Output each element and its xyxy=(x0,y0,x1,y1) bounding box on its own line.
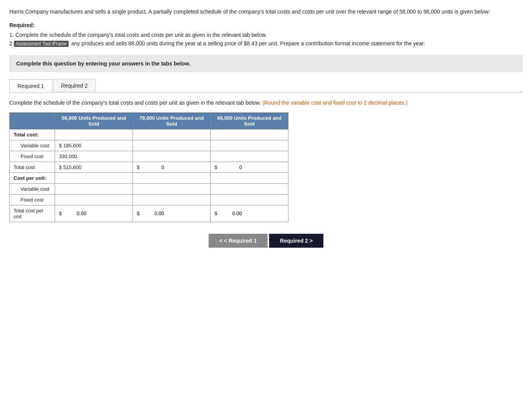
instruction-main: Complete the schedule of the company's t… xyxy=(9,100,261,106)
label-variable-cost: Variable cost xyxy=(10,140,55,151)
col-header-78: 78,000 Units Produced and Sold xyxy=(133,112,211,129)
cell-variable-cost-98[interactable] xyxy=(211,140,288,151)
col-header-98: 98,000 Units Produced and Sold xyxy=(211,112,288,129)
next-button[interactable]: Required 2 > xyxy=(269,234,323,248)
dollar-total-58: $ xyxy=(59,164,62,170)
label-total-cost: Total cost: xyxy=(10,129,55,140)
input-vc-unit-78[interactable] xyxy=(137,186,168,192)
cell-total-cost-98 xyxy=(211,129,288,140)
cell-cpu-58 xyxy=(55,172,133,183)
tab-required2-label: Required 2 xyxy=(61,83,88,89)
table-row-cost-per-unit-header: Cost per unit: xyxy=(10,172,288,183)
iframe-label: Assessment Tool iFrame xyxy=(14,41,69,47)
input-fixed-cost-98[interactable] xyxy=(214,154,245,159)
cell-variable-cost-58: $ 185,600 xyxy=(55,140,133,151)
input-total-98[interactable] xyxy=(219,164,242,170)
cell-fc-unit-98[interactable] xyxy=(211,194,288,205)
label-fixed-cost: Fixed cost xyxy=(10,151,55,162)
cell-total-58: $ 515,600 xyxy=(55,162,133,172)
cell-vc-unit-78[interactable] xyxy=(133,183,211,194)
cost-table: 58,000 Units Produced and Sold 78,000 Un… xyxy=(9,112,288,222)
intro-text: Harris Company manufactures and sells a … xyxy=(9,8,523,16)
cell-total-98[interactable]: $ xyxy=(211,162,288,172)
input-fc-unit-78[interactable] xyxy=(137,197,168,203)
cell-fc-unit-58[interactable] xyxy=(55,194,133,205)
label-cost-per-unit: Cost per unit: xyxy=(10,172,55,183)
required-heading: Required: xyxy=(9,22,523,28)
prev-button[interactable]: < < Required 1 xyxy=(209,234,268,248)
cell-cpu-78 xyxy=(133,172,211,183)
input-fc-unit-98[interactable] xyxy=(214,197,245,203)
table-row-total: Total cost $ 515,600 $ $ xyxy=(10,162,288,172)
input-variable-cost-98[interactable] xyxy=(214,143,245,148)
cell-total-78[interactable]: $ xyxy=(133,162,211,172)
dollar-variable-58: $ xyxy=(59,143,62,148)
label-fixed-cost-unit: Fixed cost xyxy=(10,194,55,205)
complete-box: Complete this question by entering your … xyxy=(9,55,523,72)
col-header-empty xyxy=(10,112,55,129)
prev-label: < Required 1 xyxy=(224,238,257,244)
cell-cpu-98 xyxy=(211,172,288,183)
tabs-row: Required 1 Required 2 xyxy=(9,79,523,93)
tab-required1-label: Required 1 xyxy=(17,83,44,89)
table-row-variable-cost: Variable cost $ 185,600 xyxy=(10,140,288,151)
dollar-total-78: $ xyxy=(137,164,140,170)
table-row-fixed-cost: Fixed cost 330,000 xyxy=(10,151,288,162)
col-header-58: 58,000 Units Produced and Sold xyxy=(55,112,133,129)
instruction-text: Complete the schedule of the company's t… xyxy=(9,99,523,107)
prev-arrow: < xyxy=(219,238,223,244)
cell-total-cost-58 xyxy=(55,129,133,140)
table-row-fixed-cost-unit: Fixed cost xyxy=(10,194,288,205)
table-row-total-cpu: Total cost per unit $ $ $ xyxy=(10,205,288,222)
bottom-nav: < < Required 1 Required 2 > xyxy=(9,234,523,248)
label-total: Total cost xyxy=(10,162,55,172)
table-row-variable-cost-unit: Variable cost xyxy=(10,183,288,194)
cell-tcpu-98[interactable]: $ xyxy=(211,205,288,222)
dollar-tcpu-78: $ xyxy=(137,210,140,216)
label-total-cpu: Total cost per unit xyxy=(10,205,55,222)
cell-vc-unit-58[interactable] xyxy=(55,183,133,194)
input-variable-cost-78[interactable] xyxy=(137,143,168,148)
required-item-2: 2 Assessment Tool iFrame any produces an… xyxy=(9,39,523,48)
input-vc-unit-58[interactable] xyxy=(59,186,90,192)
complete-box-text: Complete this question by entering your … xyxy=(16,60,190,67)
dollar-tcpu-58: $ xyxy=(59,210,62,216)
value-fixed-58: 330,000 xyxy=(59,154,77,159)
cell-fc-unit-78[interactable] xyxy=(133,194,211,205)
input-fixed-cost-78[interactable] xyxy=(137,154,168,159)
input-vc-unit-98[interactable] xyxy=(214,186,245,192)
cell-fixed-cost-78[interactable] xyxy=(133,151,211,162)
value-variable-58: 185,600 xyxy=(63,143,81,148)
input-tcpu-78[interactable] xyxy=(141,210,164,216)
input-tcpu-98[interactable] xyxy=(219,210,242,216)
cell-fixed-cost-58: 330,000 xyxy=(55,151,133,162)
input-total-78[interactable] xyxy=(141,164,164,170)
next-label: Required 2 > xyxy=(280,238,313,244)
required-list: 1. Complete the schedule of the company'… xyxy=(9,31,523,48)
cell-variable-cost-78[interactable] xyxy=(133,140,211,151)
cell-fixed-cost-98[interactable] xyxy=(211,151,288,162)
required-item-1: 1. Complete the schedule of the company'… xyxy=(9,31,523,39)
cell-tcpu-78[interactable]: $ xyxy=(133,205,211,222)
label-variable-cost-unit: Variable cost xyxy=(10,183,55,194)
cell-vc-unit-98[interactable] xyxy=(211,183,288,194)
dollar-tcpu-98: $ xyxy=(214,210,217,216)
dollar-total-98: $ xyxy=(214,164,217,170)
tab-required2[interactable]: Required 2 xyxy=(53,79,96,92)
cell-total-cost-78 xyxy=(133,129,211,140)
instruction-orange: (Round the variable cost and fixed cost … xyxy=(263,100,408,106)
cell-tcpu-58[interactable]: $ xyxy=(55,205,133,222)
tab-required1[interactable]: Required 1 xyxy=(9,79,52,93)
input-fc-unit-58[interactable] xyxy=(59,197,90,203)
input-tcpu-58[interactable] xyxy=(63,210,86,216)
value-total-58: 515,600 xyxy=(63,164,81,170)
table-row-total-cost-header: Total cost: xyxy=(10,129,288,140)
